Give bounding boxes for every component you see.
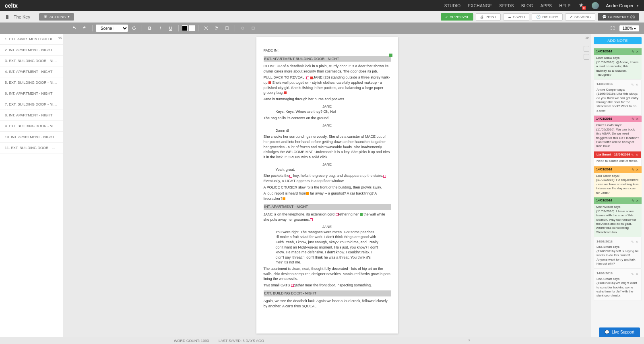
- note-marker-orange-icon[interactable]: [306, 192, 309, 195]
- action-line[interactable]: Jane is rummaging through her purse and …: [264, 97, 391, 102]
- scene-heading-3[interactable]: EXT. BUILDING DOOR - NIGHT: [264, 290, 391, 296]
- nav-blog[interactable]: BLOG: [521, 4, 533, 8]
- side-tool-1[interactable]: [584, 46, 589, 52]
- add-note-button[interactable]: ADD NOTE: [594, 37, 642, 44]
- scene-list-item[interactable]: 11. EXT. BUILDING DOOR - NIGHT: [0, 143, 63, 153]
- note-card[interactable]: 14/03/2016✎✕Andre Cooper says: (11/05/20…: [594, 79, 642, 116]
- tool-a-button[interactable]: [238, 24, 247, 32]
- edit-note-icon[interactable]: ✎: [632, 117, 635, 120]
- note-marker-pink-icon[interactable]: [291, 284, 294, 287]
- note-marker-pink-icon[interactable]: [383, 175, 386, 178]
- scene-list-item[interactable]: 5. EXT. BUILDING DOOR - NIGHT: [0, 77, 63, 88]
- delete-note-icon[interactable]: ✕: [636, 83, 639, 86]
- text-color-swatch[interactable]: [182, 25, 188, 31]
- help-icon[interactable]: ?: [468, 339, 470, 343]
- note-card[interactable]: Lia Smart - 13/04/2016✎✕Need to source o…: [594, 151, 642, 166]
- user-dropdown-caret[interactable]: ▼: [636, 4, 639, 8]
- action-line[interactable]: Again, we see the deadbolt lock. Again w…: [264, 298, 391, 309]
- editor-area[interactable]: ≫ FADE IN: EXT. APARTMENT BUILDING DOOR …: [63, 34, 591, 337]
- dialogue-line[interactable]: Damn it!: [276, 128, 379, 133]
- note-card[interactable]: 14/03/2016✎✕Matt Wilson says (11/03/2016…: [594, 197, 642, 237]
- delete-note-icon[interactable]: ✕: [636, 168, 639, 171]
- action-line[interactable]: The apartment is clean, neat, thought fu…: [264, 266, 391, 282]
- tool-b-button[interactable]: [249, 24, 258, 32]
- action-line[interactable]: A POLICE CRUISER slow rolls the front of…: [264, 185, 391, 190]
- nav-exchange[interactable]: EXCHANGE: [468, 4, 492, 8]
- scene-heading-1[interactable]: EXT. APARTMENT BUILDING DOOR - NIGHT: [264, 56, 391, 62]
- action-line[interactable]: JANE is on the telephone, its extension …: [264, 212, 391, 222]
- redo-button[interactable]: [80, 24, 89, 32]
- logo[interactable]: celtx: [5, 2, 18, 9]
- nav-studio[interactable]: STUDIO: [444, 4, 461, 8]
- refresh-icon[interactable]: [130, 24, 138, 32]
- collapse-right-icon[interactable]: ≫: [585, 35, 589, 40]
- highlight-color-swatch[interactable]: [189, 25, 195, 31]
- edit-note-icon[interactable]: ✎: [631, 83, 634, 86]
- fade-in[interactable]: FADE IN:: [264, 48, 391, 53]
- nav-apps[interactable]: APPS: [541, 4, 552, 8]
- scene-list-item[interactable]: 4. INT. APARTMENT - NIGHT: [0, 66, 63, 77]
- action-line[interactable]: A loud report is heard from far away -- …: [264, 191, 391, 201]
- dialogue-line[interactable]: Yeah, great.: [276, 167, 379, 172]
- delete-note-icon[interactable]: ✕: [636, 199, 639, 202]
- edit-note-icon[interactable]: ✎: [631, 153, 634, 156]
- note-marker-orange-icon[interactable]: [283, 197, 285, 200]
- note-marker-red-icon[interactable]: [310, 77, 313, 79]
- edit-note-icon[interactable]: ✎: [632, 168, 635, 171]
- action-line[interactable]: She checks her surroundings nervously. S…: [264, 134, 391, 160]
- nav-help[interactable]: HELP: [559, 4, 570, 8]
- scene-heading-2[interactable]: INT. APARTMENT - NIGHT: [264, 204, 391, 210]
- print-button[interactable]: 🖨 PRINT: [476, 13, 501, 21]
- action-line[interactable]: The bag spills its contents on the groun…: [264, 116, 391, 121]
- side-tool-2[interactable]: [584, 54, 589, 60]
- italic-button[interactable]: I: [156, 24, 165, 32]
- edit-note-icon[interactable]: ✎: [632, 199, 635, 202]
- scene-list-item[interactable]: 8. INT. APARTMENT - NIGHT: [0, 110, 63, 121]
- note-marker-red-icon[interactable]: [268, 81, 271, 84]
- history-button[interactable]: 🕓 HISTORY: [532, 13, 563, 21]
- actions-button[interactable]: ACTIONS ▼: [39, 13, 74, 21]
- edit-note-icon[interactable]: ✎: [632, 50, 635, 53]
- script-page[interactable]: FADE IN: EXT. APARTMENT BUILDING DOOR - …: [256, 37, 398, 334]
- bold-button[interactable]: B: [145, 24, 154, 32]
- action-line[interactable]: Two small CATS gather near the front doo…: [264, 283, 391, 288]
- scene-list-item[interactable]: 7. EXT. BUILDING DOOR - NIGHT: [0, 99, 63, 110]
- scene-list-item[interactable]: 9. EXT. BUILDING DOOR - NIGHT: [0, 121, 63, 132]
- dialogue-line[interactable]: You were right. The mangoes were rotten.…: [276, 230, 379, 265]
- avatar[interactable]: [592, 2, 599, 9]
- note-card[interactable]: 14/03/2016✎✕Lisa Smart says (11/03/2016)…: [594, 237, 642, 269]
- saved-button[interactable]: ☁ SAVED: [503, 13, 529, 21]
- character-cue[interactable]: JANE: [264, 123, 391, 128]
- note-marker-pink-icon[interactable]: [289, 175, 292, 178]
- element-type-select[interactable]: Scene heading: [96, 25, 128, 32]
- dialogue-line[interactable]: Keys. Keys. Where are they? Oh, No!: [276, 109, 379, 114]
- comments-button[interactable]: 💬 COMMENTS (3): [598, 13, 639, 21]
- note-marker-green-icon[interactable]: [360, 213, 363, 216]
- note-marker-pink-icon[interactable]: [306, 77, 309, 79]
- action-line[interactable]: She pockets the key, hefts the grocery b…: [264, 173, 391, 183]
- undo-button[interactable]: [70, 24, 78, 32]
- scene-list-item[interactable]: 1. EXT. APARTMENT BUILDING DOOR - ...: [0, 34, 63, 45]
- fullscreen-button[interactable]: [608, 24, 617, 32]
- note-marker-pink-icon[interactable]: [336, 213, 339, 216]
- nav-seeds[interactable]: SEEDS: [500, 4, 514, 8]
- cut-button[interactable]: [202, 24, 211, 32]
- scene-list-item[interactable]: 6. INT. APARTMENT - NIGHT: [0, 88, 63, 99]
- zoom-select[interactable]: 100% ▾: [619, 25, 639, 31]
- delete-note-icon[interactable]: ✕: [636, 117, 639, 120]
- approval-button[interactable]: ✓ APPROVAL: [441, 13, 474, 21]
- paste-button[interactable]: [223, 24, 231, 32]
- character-cue[interactable]: JANE: [264, 104, 391, 109]
- scene-list-item[interactable]: 3. EXT. BUILDING DOOR - NIGHT: [0, 56, 63, 66]
- edit-note-icon[interactable]: ✎: [631, 272, 634, 276]
- scene-list-item[interactable]: 10. INT. APARTMENT - NIGHT: [0, 132, 63, 143]
- live-support-button[interactable]: 💬 Live Support: [599, 327, 640, 337]
- delete-note-icon[interactable]: ✕: [636, 240, 639, 243]
- note-card[interactable]: 14/03/2016✎✕Liam Shaw says: (11/03/2016)…: [594, 48, 642, 79]
- note-marker-pink-icon[interactable]: [310, 218, 313, 221]
- delete-note-icon[interactable]: ✕: [636, 272, 639, 276]
- note-card[interactable]: 14/03/2016✎✕Lisa Smith says: (11/03/2016…: [594, 166, 642, 197]
- action-line[interactable]: CLOSE UP of a deadbolt lock in a plain, …: [264, 64, 391, 74]
- character-cue[interactable]: JANE: [264, 224, 391, 230]
- note-marker-red-icon[interactable]: [284, 91, 287, 94]
